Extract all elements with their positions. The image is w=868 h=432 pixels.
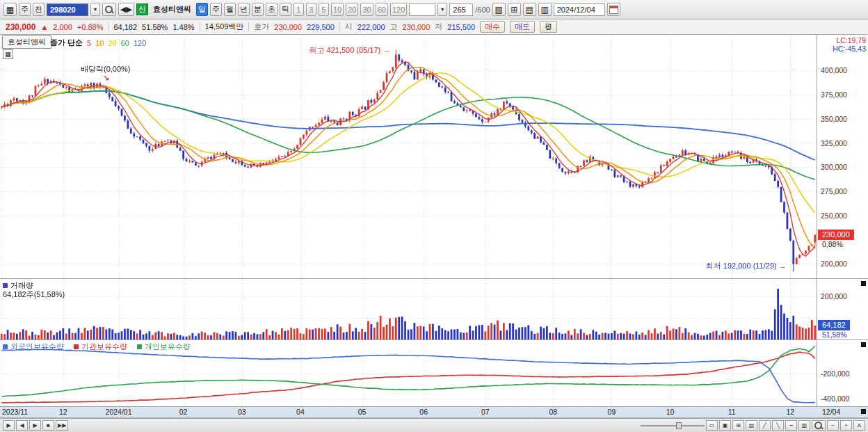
x-axis-label: 10 — [666, 408, 675, 416]
interval-select-arrow[interactable]: ▼ — [437, 3, 447, 16]
period-month-button[interactable]: 월 — [224, 3, 236, 16]
tool-window-icon[interactable]: ▣ — [719, 420, 731, 431]
volume-panel-resize-button[interactable] — [861, 281, 866, 286]
scroll-right-button[interactable]: ▶ — [29, 420, 41, 431]
y-axis-label: 350,000 — [821, 115, 847, 123]
compare-chart-icon[interactable]: ▧ — [492, 3, 506, 16]
tool-wave-icon[interactable]: ∼ — [785, 420, 797, 431]
calendar-button[interactable] — [607, 3, 620, 16]
code-dropdown-arrow[interactable]: ▼ — [90, 3, 100, 16]
volume-chart-canvas[interactable] — [0, 279, 817, 339]
x-axis-label: 08 — [549, 408, 557, 416]
tool-pattern-icon[interactable]: ▥ — [798, 420, 810, 431]
interval-30-button[interactable]: 30 — [360, 3, 373, 16]
expand-button[interactable]: ▶ — [3, 420, 15, 431]
save-chart-icon[interactable]: ▤ — [523, 3, 536, 16]
tool-trendline-icon[interactable]: ╱ — [759, 420, 771, 431]
avg-button[interactable]: 평 — [540, 21, 557, 33]
panel-divider — [0, 406, 868, 407]
chart-type-icon[interactable]: ▦ — [3, 3, 17, 16]
unit-second-button[interactable]: 초 — [266, 3, 278, 16]
auto-scale-button[interactable]: A — [853, 420, 865, 431]
volume-marker-icon — [3, 283, 8, 288]
individual-legend-label: 개인보유수량 — [145, 342, 191, 352]
y-axis-label: 250,000 — [821, 211, 847, 220]
annotation-dividend: 배당락(0,00%) — [81, 64, 131, 74]
week-left-button[interactable]: 주 — [19, 3, 31, 16]
volume-panel: 거래량 64,182주(51,58%) — [0, 279, 817, 339]
high-label: 고 — [390, 22, 398, 32]
prev-next-stock-button[interactable]: ◀▶ — [118, 3, 134, 16]
x-axis-label: 03 — [238, 408, 246, 416]
scrollbar-track[interactable] — [641, 425, 705, 426]
price-change-pct: +0.88% — [77, 23, 104, 31]
zoom-out-button[interactable]: − — [827, 420, 839, 431]
low-arrow-icon: → — [779, 262, 787, 270]
chart-scrollbar[interactable] — [641, 421, 705, 431]
holdings-panel-resize-button[interactable] — [861, 342, 866, 347]
bottom-toolbar: ▶ ◀ ▶ ■ ▶▶ ▭ ▣ ⊞ ▤ ╱ ╲ ∼ ▥ − + A — [0, 418, 868, 432]
foreign-marker-icon — [3, 344, 8, 349]
x-axis-label: 02 — [179, 408, 188, 416]
period-week-button[interactable]: 주 — [210, 3, 222, 16]
period-year-button[interactable]: 년 — [238, 3, 250, 16]
interval-1-button[interactable]: 1 — [294, 3, 304, 16]
interval-60-button[interactable]: 60 — [376, 3, 388, 16]
x-axis-label: 12 — [59, 408, 67, 416]
search-button[interactable] — [102, 3, 116, 16]
axis-panel-button[interactable] — [861, 409, 866, 414]
ma60-label: 60 — [121, 39, 129, 47]
x-axis: 12/04 2023/11122024/01020304050607080910… — [0, 407, 868, 418]
bar-count-input[interactable]: 265 — [449, 3, 473, 16]
period-day-button[interactable]: 일 — [196, 3, 208, 16]
unit-tick-button[interactable]: 틱 — [280, 3, 291, 16]
interval-20-button[interactable]: 20 — [346, 3, 358, 16]
tool-downline-icon[interactable]: ╲ — [772, 420, 784, 431]
separator — [339, 22, 340, 31]
tool-grid-icon[interactable]: ⊞ — [732, 420, 744, 431]
volume-legend-value: 64,182주(51,58%) — [3, 289, 65, 300]
sell-button[interactable]: 매도 — [510, 21, 535, 33]
separator — [248, 22, 249, 31]
interval-select[interactable] — [409, 3, 435, 16]
fast-forward-button[interactable]: ▶▶ — [56, 420, 68, 431]
stop-button[interactable]: ■ — [42, 420, 54, 431]
settings-icon[interactable]: ▥ — [538, 3, 552, 16]
buy-button[interactable]: 매수 — [480, 21, 505, 33]
unit-minute-button[interactable]: 분 — [252, 3, 264, 16]
interval-120-button[interactable]: 120 — [390, 3, 407, 16]
tool-rect-icon[interactable]: ▭ — [706, 420, 718, 431]
price-panel: 효성티앤씨 ▦ 종가 단순 5 10 20 60 120 배당락(0,00%) … — [0, 35, 817, 278]
split-screen-icon[interactable]: ⊞ — [508, 3, 521, 16]
jun-button[interactable]: 전 — [33, 3, 45, 16]
chart-tab[interactable]: 효성티앤씨 — [2, 35, 51, 49]
ma-legend-prefix: 종가 단순 — [50, 38, 83, 48]
panel-divider[interactable] — [0, 278, 868, 279]
x-axis-label: 2024/01 — [106, 408, 132, 416]
x-axis-end-date: 12/04 — [822, 408, 840, 416]
zoom-search-button[interactable] — [812, 420, 826, 431]
interval-10-button[interactable]: 10 — [331, 3, 344, 16]
individual-legend-item: 개인보유수량 — [137, 342, 191, 352]
new-stock-badge: 신 — [136, 3, 148, 15]
scroll-left-button[interactable]: ◀ — [16, 420, 28, 431]
tool-panel-icon[interactable]: ▤ — [746, 420, 757, 431]
current-price-pct: 0,88% — [822, 240, 843, 248]
interval-3-button[interactable]: 3 — [306, 3, 316, 16]
panel-divider[interactable] — [0, 339, 868, 340]
current-volume-pct: 51,58% — [822, 330, 847, 339]
date-input[interactable]: 2024/12/04 — [554, 3, 605, 16]
window-grid-icon[interactable]: ▦ — [3, 49, 13, 59]
low-label: 저 — [435, 22, 442, 32]
stock-code-input[interactable]: 298020 — [47, 3, 88, 16]
trade-value: 14,509백만 — [205, 22, 244, 32]
search-icon — [104, 5, 114, 15]
annotation-low-text: 최저 192,000 (11/29) — [706, 262, 777, 270]
axis-divider — [817, 35, 817, 407]
y-axis-label: 275,000 — [821, 187, 847, 195]
zoom-in-button[interactable]: + — [840, 420, 852, 431]
y-axis-label: 325,000 — [821, 139, 847, 147]
interval-5-button[interactable]: 5 — [319, 3, 329, 16]
scrollbar-handle[interactable] — [676, 422, 682, 429]
volume-ratio: 51.58% — [142, 23, 168, 31]
